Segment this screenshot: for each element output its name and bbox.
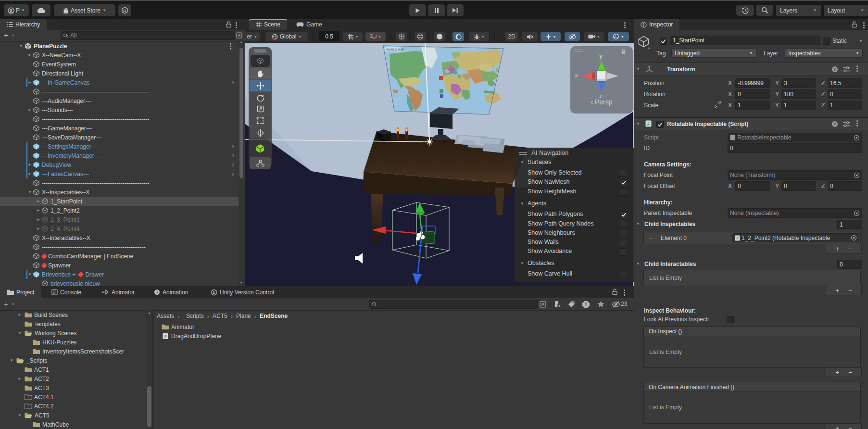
svg-text:D: D [124, 9, 126, 13]
svg-text:Y: Y [352, 37, 354, 40]
svg-text:#: # [164, 334, 166, 339]
svg-text:?: ? [833, 66, 836, 72]
svg-text:#: # [736, 235, 739, 240]
svg-text:D: D [213, 290, 215, 294]
svg-text:?: ? [833, 121, 836, 126]
svg-text:#: # [647, 121, 650, 126]
svg-text:WORLD MAP: WORLD MAP [386, 48, 404, 51]
